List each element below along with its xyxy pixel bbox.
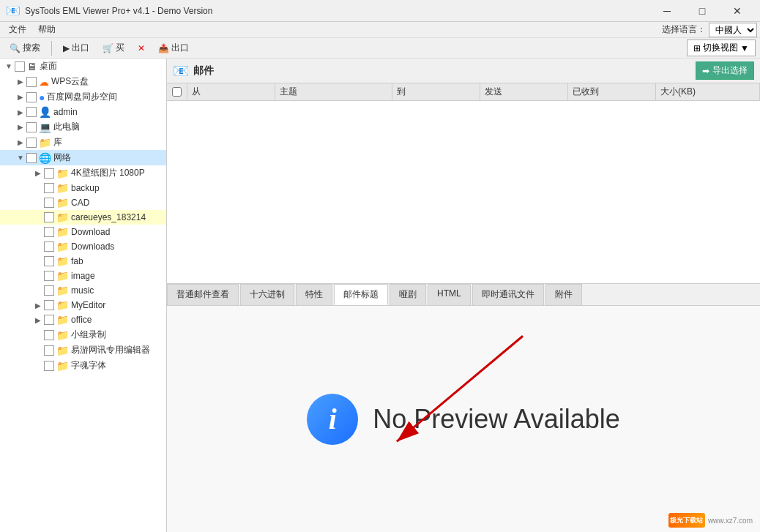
folder-cad-icon: 📁 (56, 197, 69, 209)
checkbox-admin[interactable] (26, 107, 37, 117)
baidu-label: 百度网盘同步空间 (47, 91, 117, 103)
export-button[interactable]: ▶ 出口 (58, 40, 94, 56)
checkbox-myeditor[interactable] (44, 300, 54, 310)
checkbox-wps[interactable] (26, 77, 37, 87)
checkbox-fab[interactable] (44, 256, 54, 266)
toggle-icon-admin: ▶ (15, 108, 26, 116)
folder-download-icon: 📁 (56, 226, 69, 238)
checkbox-downloads[interactable] (44, 241, 54, 252)
sidebar-item-fab[interactable]: 📁 fab (0, 254, 166, 269)
tab-normal[interactable]: 普通邮件查看 (167, 284, 239, 305)
cad-label: CAD (71, 198, 89, 208)
checkbox-zihun[interactable] (44, 361, 54, 371)
mail-list-header: 从 主题 到 发送 已收到 大小(KB) (167, 83, 760, 101)
checkbox-backup[interactable] (44, 183, 54, 193)
main-container: ▼ 🖥 桌面 ▶ ☁ WPS云盘 ▶ ● 百度网盘同步空间 ▶ 👤 admin (0, 59, 760, 532)
office-label: office (71, 315, 92, 325)
sidebar-item-baidu[interactable]: ▶ ● 百度网盘同步空间 (0, 89, 166, 105)
sidebar: ▼ 🖥 桌面 ▶ ☁ WPS云盘 ▶ ● 百度网盘同步空间 ▶ 👤 admin (0, 59, 167, 532)
sidebar-item-desktop[interactable]: ▼ 🖥 桌面 (0, 59, 166, 74)
toggle-icon-myeditor: ▶ (32, 301, 44, 310)
checkbox-recording[interactable] (44, 330, 54, 340)
tab-mime[interactable]: 哑剧 (390, 284, 426, 305)
folder-backup-icon: 📁 (56, 182, 69, 194)
sidebar-item-cad[interactable]: 📁 CAD (0, 195, 166, 210)
sidebar-item-wps[interactable]: ▶ ☁ WPS云盘 (0, 74, 166, 89)
delete-button[interactable]: ✕ (133, 41, 150, 56)
search-button[interactable]: 🔍 搜索 (4, 40, 45, 56)
toggle-icon-baidu: ▶ (15, 93, 26, 101)
right-panel: 📧 邮件 ➡ 导出选择 从 主题 到 发送 (167, 59, 760, 532)
export-selection-button[interactable]: ➡ 导出选择 (696, 61, 754, 80)
watermark: 极光下载站 www.xz7.com (668, 513, 753, 528)
tab-headers[interactable]: 邮件标题 (334, 284, 388, 305)
checkbox-baidu[interactable] (26, 92, 37, 102)
switch-view-button[interactable]: ⊞ 切换视图 ▼ (687, 40, 756, 56)
checkbox-image[interactable] (44, 271, 54, 281)
desktop-label: 桌面 (40, 60, 57, 72)
mail-title: 📧 邮件 (173, 63, 214, 79)
menu-help[interactable]: 帮助 (32, 22, 62, 37)
buy-button[interactable]: 🛒 买 (97, 40, 130, 56)
4k-label: 4K壁纸图片 1080P (71, 167, 145, 179)
checkbox-4k[interactable] (44, 168, 54, 179)
folder-4k-icon: 📁 (56, 168, 69, 179)
mail-list-body[interactable] (167, 101, 760, 283)
tab-properties[interactable]: 特性 (296, 284, 332, 305)
sidebar-item-library[interactable]: ▶ 📁 库 (0, 135, 166, 150)
tab-im[interactable]: 即时通讯文件 (472, 284, 544, 305)
sidebar-item-backup[interactable]: 📁 backup (0, 181, 166, 195)
checkbox-office[interactable] (44, 315, 54, 325)
toggle-icon-library: ▶ (15, 138, 26, 146)
checkbox-yiyou[interactable] (44, 345, 54, 356)
checkbox-cad[interactable] (44, 198, 54, 208)
col-header-received: 已收到 (568, 83, 656, 100)
sidebar-item-myeditor[interactable]: ▶ 📁 MyEditor (0, 298, 166, 312)
maximize-button[interactable]: □ (685, 0, 719, 22)
checkbox-music[interactable] (44, 285, 54, 296)
window-controls: ─ □ ✕ (650, 0, 754, 22)
folder-fab-icon: 📁 (56, 255, 69, 267)
sidebar-item-network[interactable]: ▼ 🌐 网络 (0, 150, 166, 165)
sidebar-item-download[interactable]: 📁 Download (0, 225, 166, 239)
language-dropdown[interactable]: 中國人 (709, 23, 757, 37)
output-button[interactable]: 📤 出口 (153, 40, 194, 56)
minimize-button[interactable]: ─ (650, 0, 684, 22)
checkbox-computer[interactable] (26, 122, 37, 132)
sidebar-item-office[interactable]: ▶ 📁 office (0, 312, 166, 327)
sidebar-item-careueyes[interactable]: 📁 careueyes_183214 (0, 210, 166, 225)
checkbox-download[interactable] (44, 227, 54, 237)
library-icon: 📁 (39, 137, 51, 149)
checkbox-careueyes[interactable] (44, 212, 54, 222)
close-button[interactable]: ✕ (720, 0, 754, 22)
myeditor-label: MyEditor (71, 300, 105, 310)
checkbox-desktop[interactable] (15, 61, 25, 72)
checkbox-library[interactable] (26, 138, 37, 148)
sidebar-item-admin[interactable]: ▶ 👤 admin (0, 105, 166, 119)
tab-bar: 普通邮件查看 十六进制 特性 邮件标题 哑剧 HTML 即时通讯文件 附件 (167, 284, 760, 306)
computer-label: 此电脑 (53, 121, 80, 133)
select-all-checkbox[interactable] (172, 87, 182, 97)
network-label: 网络 (53, 151, 71, 164)
admin-icon: 👤 (39, 106, 51, 118)
sidebar-item-music[interactable]: 📁 music (0, 283, 166, 298)
tab-attachments[interactable]: 附件 (545, 284, 582, 305)
backup-label: backup (71, 183, 100, 193)
sidebar-item-4k[interactable]: ▶ 📁 4K壁纸图片 1080P (0, 165, 166, 181)
sidebar-item-downloads[interactable]: 📁 Downloads (0, 239, 166, 254)
image-label: image (71, 271, 95, 281)
menu-file[interactable]: 文件 (3, 22, 32, 37)
toggle-icon-desktop: ▼ (3, 62, 15, 70)
tab-hex[interactable]: 十六进制 (240, 284, 294, 305)
language-label: 选择语言： (662, 23, 706, 36)
sidebar-item-yiyou[interactable]: 📁 易游网讯专用编辑器 (0, 342, 166, 358)
sidebar-item-image[interactable]: 📁 image (0, 269, 166, 283)
careueyes-label: careueyes_183214 (71, 212, 146, 222)
tab-html[interactable]: HTML (428, 284, 471, 305)
sidebar-item-computer[interactable]: ▶ 💻 此电脑 (0, 119, 166, 135)
toolbar: 🔍 搜索 ▶ 出口 🛒 买 ✕ 📤 出口 ⊞ 切换视图 ▼ (0, 38, 760, 59)
sidebar-item-zihun[interactable]: 📁 字魂字体 (0, 358, 166, 373)
sidebar-item-recording[interactable]: 📁 小组录制 (0, 327, 166, 342)
folder-careueyes-icon: 📁 (56, 211, 69, 223)
checkbox-network[interactable] (26, 153, 37, 163)
